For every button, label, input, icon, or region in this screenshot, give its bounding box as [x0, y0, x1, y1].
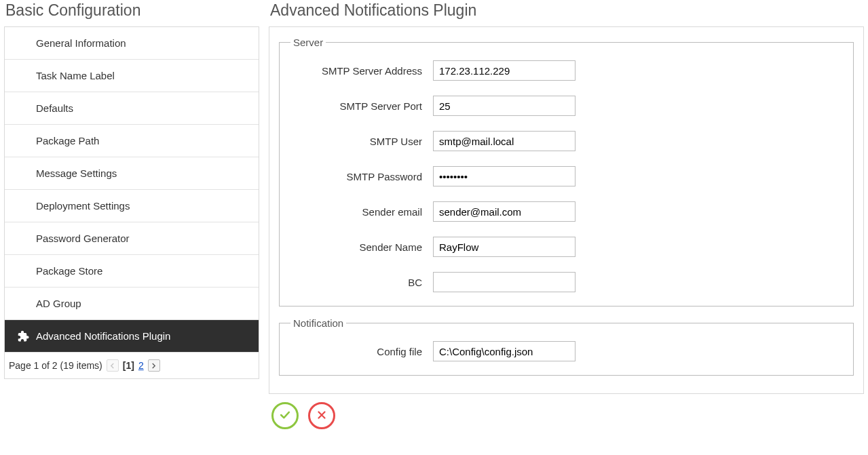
list-item-ad-group[interactable]: AD Group: [5, 288, 259, 320]
smtp-user-label: SMTP User: [290, 136, 433, 147]
confirm-button[interactable]: [271, 402, 299, 429]
action-row: [269, 402, 864, 429]
list-item-general-information[interactable]: General Information: [5, 27, 259, 60]
cancel-button[interactable]: [308, 402, 335, 429]
check-icon: [278, 408, 292, 424]
pager-prev-button[interactable]: [107, 359, 119, 372]
pager-next-button[interactable]: [148, 359, 160, 372]
list-item-package-path[interactable]: Package Path: [5, 125, 259, 157]
notification-fieldset: Notification Config file: [279, 317, 854, 376]
sender-name-label: Sender Name: [290, 241, 433, 253]
notification-legend: Notification: [290, 317, 346, 329]
list-item-package-store[interactable]: Package Store: [5, 255, 259, 288]
pager-page-link-2[interactable]: 2: [138, 360, 144, 371]
pager-page-current: [1]: [123, 360, 134, 371]
sender-email-input[interactable]: [433, 201, 575, 222]
smtp-user-input[interactable]: [433, 131, 575, 151]
smtp-port-input[interactable]: [433, 96, 575, 116]
right-panel-title: Advanced Notifications Plugin: [270, 1, 864, 20]
smtp-address-label: SMTP Server Address: [290, 65, 433, 77]
right-panel: Server SMTP Server Address SMTP Server P…: [269, 26, 864, 394]
sender-email-label: Sender email: [290, 206, 433, 218]
smtp-address-input[interactable]: [433, 60, 575, 81]
config-list: General Information Task Name Label Defa…: [4, 26, 259, 379]
pager-text: Page 1 of 2 (19 items): [9, 360, 102, 371]
bc-label: BC: [290, 277, 433, 288]
list-item-defaults[interactable]: Defaults: [5, 92, 259, 125]
list-item-label: Advanced Notifications Plugin: [36, 330, 170, 342]
left-panel-title: Basic Configuration: [5, 1, 259, 20]
bc-input[interactable]: [433, 272, 575, 292]
smtp-password-input[interactable]: [433, 166, 575, 186]
list-item-message-settings[interactable]: Message Settings: [5, 157, 259, 190]
config-file-label: Config file: [290, 346, 433, 357]
puzzle-icon: [16, 330, 29, 343]
smtp-port-label: SMTP Server Port: [290, 100, 433, 112]
list-item-advanced-notifications-plugin[interactable]: Advanced Notifications Plugin: [5, 320, 259, 353]
list-item-deployment-settings[interactable]: Deployment Settings: [5, 190, 259, 222]
list-item-password-generator[interactable]: Password Generator: [5, 222, 259, 255]
smtp-password-label: SMTP Password: [290, 171, 433, 182]
server-fieldset: Server SMTP Server Address SMTP Server P…: [279, 37, 854, 306]
close-icon: [316, 409, 328, 423]
pager: Page 1 of 2 (19 items) [1] 2: [5, 353, 259, 378]
server-legend: Server: [290, 37, 326, 48]
sender-name-input[interactable]: [433, 237, 575, 257]
config-file-input[interactable]: [433, 341, 575, 361]
list-item-task-name-label[interactable]: Task Name Label: [5, 60, 259, 92]
